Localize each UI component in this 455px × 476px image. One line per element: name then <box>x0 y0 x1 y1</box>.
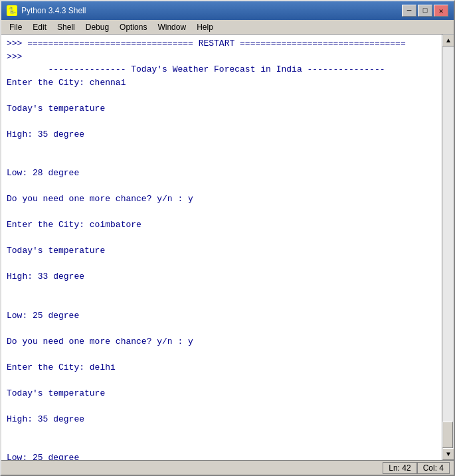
status-col: Col: 4 <box>417 462 450 474</box>
scrollbar-track[interactable] <box>442 46 454 448</box>
main-window: 🐍 Python 3.4.3 Shell ─ □ ✕ File Edit She… <box>0 0 455 476</box>
shell-content[interactable]: >>> ================================ RES… <box>1 35 454 460</box>
menu-shell[interactable]: Shell <box>52 21 80 33</box>
close-button[interactable]: ✕ <box>434 5 448 17</box>
menu-bar: File Edit Shell Debug Options Window Hel… <box>1 20 454 35</box>
menu-options[interactable]: Options <box>114 21 152 33</box>
shell-lines: >>> ================================ RES… <box>7 37 436 460</box>
status-ln: Ln: 42 <box>383 462 416 474</box>
title-bar: 🐍 Python 3.4.3 Shell ─ □ ✕ <box>1 1 454 20</box>
status-bar: Ln: 42 Col: 4 <box>1 460 454 475</box>
maximize-button[interactable]: □ <box>418 5 432 17</box>
window-title: Python 3.4.3 Shell <box>21 6 398 15</box>
scrollbar-thumb[interactable] <box>442 422 453 448</box>
window-controls: ─ □ ✕ <box>402 5 448 17</box>
app-icon: 🐍 <box>7 5 17 16</box>
scroll-up-button[interactable]: ▲ <box>442 35 454 46</box>
shell-output[interactable]: >>> ================================ RES… <box>1 35 442 460</box>
scrollbar[interactable]: ▲ ▼ <box>442 35 454 460</box>
menu-debug[interactable]: Debug <box>80 21 114 33</box>
menu-help[interactable]: Help <box>191 21 219 33</box>
minimize-button[interactable]: ─ <box>402 5 416 17</box>
scroll-down-button[interactable]: ▼ <box>442 448 454 460</box>
menu-edit[interactable]: Edit <box>27 21 52 33</box>
menu-window[interactable]: Window <box>152 21 191 33</box>
menu-file[interactable]: File <box>4 21 27 33</box>
